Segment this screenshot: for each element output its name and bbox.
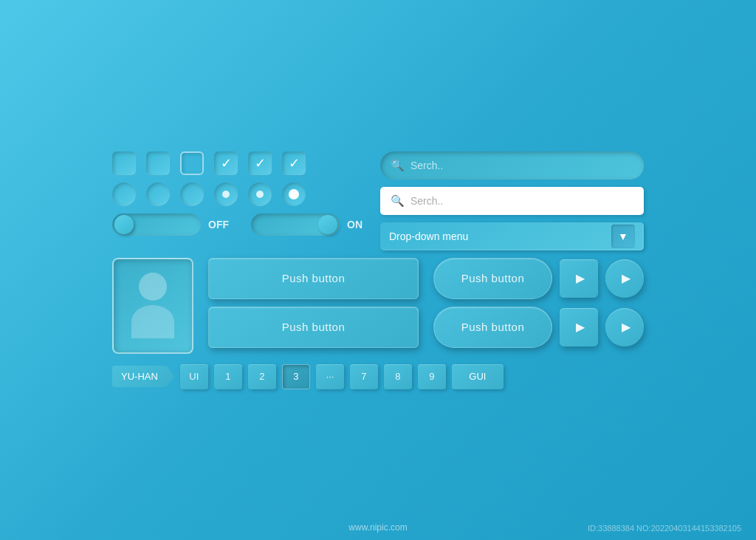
push-button-3[interactable]: Push button (433, 258, 552, 299)
tag-label: YU-HAN (112, 366, 174, 387)
avatar (112, 258, 193, 354)
play-icon-2: ▶ (622, 271, 630, 285)
search-inset[interactable]: 🔍 Serch.. (380, 151, 644, 180)
checkbox-2[interactable] (146, 151, 170, 175)
pill-buttons-group: Push button ▶ ▶ Push button ▶ ▶ (433, 258, 644, 348)
toggle-on[interactable] (251, 213, 340, 236)
play-button-square-2[interactable]: ▶ (560, 308, 598, 346)
push-button-4[interactable]: Push button (433, 307, 552, 348)
page-btn-dots[interactable]: ··· (316, 364, 344, 389)
push-button-2[interactable]: Push button (208, 307, 419, 348)
radio-3[interactable] (180, 182, 204, 206)
play-icon-4: ▶ (622, 320, 630, 334)
watermark-site: www.nipic.com (348, 522, 407, 533)
checkbox-6[interactable]: ✓ (282, 151, 306, 175)
search-inset-placeholder: Serch.. (410, 160, 443, 171)
dropdown-label: Drop-down menu (389, 230, 468, 242)
toggle-on-knob (318, 215, 337, 234)
checkmark-icon: ✓ (221, 157, 232, 170)
checkbox-5[interactable]: ✓ (248, 151, 272, 175)
checkmark-icon: ✓ (255, 157, 266, 170)
dropdown-arrow[interactable]: ▼ (611, 225, 635, 248)
search-icon-2: 🔍 (391, 194, 405, 208)
watermark-id: ID:33888384 NO:20220403144153382105 (588, 524, 741, 533)
page-btn-9[interactable]: 9 (418, 364, 446, 389)
pagination-row: YU-HAN UI 1 2 3 ··· 7 8 9 GUI (112, 364, 644, 389)
toggle-off-knob (114, 215, 134, 234)
play-button-square-1[interactable]: ▶ (560, 259, 598, 298)
radio-4[interactable] (214, 182, 238, 206)
page-btn-3-active[interactable]: 3 (282, 364, 310, 389)
page-btn-8[interactable]: 8 (384, 364, 412, 389)
checkbox-3[interactable] (180, 151, 204, 175)
search-white[interactable]: 🔍 Serch.. (380, 187, 644, 215)
push-button-1[interactable]: Push button (208, 258, 419, 299)
radio-6[interactable] (282, 182, 306, 206)
avatar-body (131, 305, 174, 338)
page-btn-7[interactable]: 7 (350, 364, 378, 389)
page-btn-ui[interactable]: UI (180, 364, 208, 389)
checkbox-1[interactable] (112, 151, 136, 175)
radio-1[interactable] (112, 182, 136, 206)
toggle-off[interactable] (112, 213, 201, 236)
toggle-off-label: OFF (208, 219, 229, 230)
search-icon-1: 🔍 (391, 159, 405, 172)
chevron-down-icon: ▼ (618, 230, 628, 242)
play-icon-3: ▶ (576, 320, 585, 334)
play-button-circle-2[interactable]: ▶ (605, 308, 644, 346)
avatar-figure (131, 273, 174, 338)
page-btn-2[interactable]: 2 (248, 364, 276, 389)
checkbox-4[interactable]: ✓ (214, 151, 238, 175)
page-btn-gui[interactable]: GUI (452, 364, 504, 389)
play-button-circle-1[interactable]: ▶ (605, 259, 644, 298)
radio-2[interactable] (146, 182, 170, 206)
rect-buttons-group: Push button Push button (208, 258, 419, 348)
play-icon-1: ▶ (576, 271, 585, 285)
toggle-on-label: ON (347, 219, 362, 230)
radio-5[interactable] (248, 182, 272, 206)
page-btn-1[interactable]: 1 (214, 364, 242, 389)
dropdown[interactable]: Drop-down menu ▼ (380, 222, 644, 250)
avatar-head (139, 273, 167, 301)
checkmark-icon: ✓ (289, 157, 300, 170)
search-white-placeholder: Serch.. (410, 195, 443, 207)
